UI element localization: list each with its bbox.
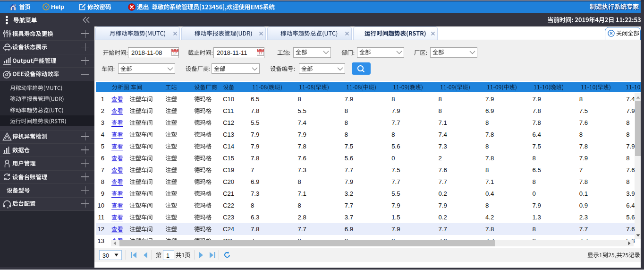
svg-text:17: 17: [173, 51, 177, 55]
svg-text:?: ?: [44, 4, 47, 9]
svg-text:17: 17: [258, 51, 263, 55]
